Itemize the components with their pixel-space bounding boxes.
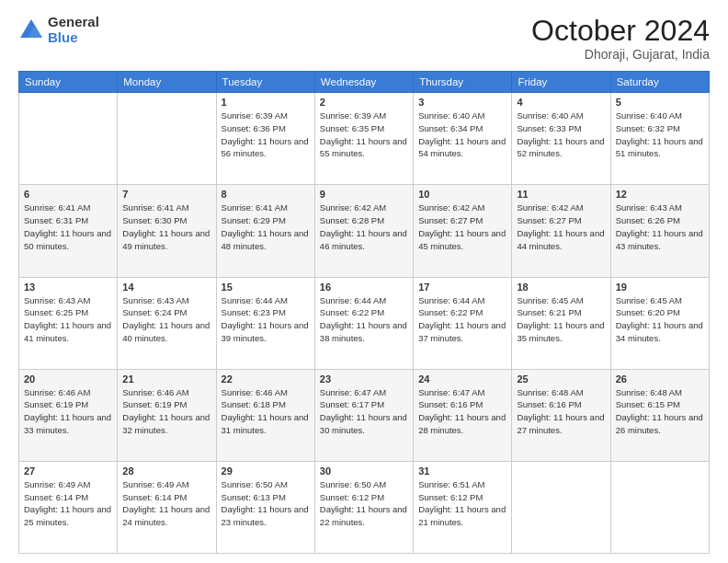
- day-info: Sunrise: 6:43 AM Sunset: 6:25 PM Dayligh…: [24, 294, 112, 345]
- day-info: Sunrise: 6:40 AM Sunset: 6:32 PM Dayligh…: [616, 109, 704, 160]
- calendar-day-cell: 1Sunrise: 6:39 AM Sunset: 6:36 PM Daylig…: [216, 93, 314, 185]
- day-number: 9: [320, 189, 408, 200]
- weekday-header-cell: Monday: [118, 72, 216, 93]
- calendar-body: 1Sunrise: 6:39 AM Sunset: 6:36 PM Daylig…: [19, 93, 710, 554]
- day-number: 8: [222, 189, 310, 200]
- calendar-day-cell: 31Sunrise: 6:51 AM Sunset: 6:12 PM Dayli…: [414, 461, 512, 553]
- logo: General Blue: [18, 15, 99, 45]
- calendar-day-cell: 27Sunrise: 6:49 AM Sunset: 6:14 PM Dayli…: [19, 461, 118, 553]
- calendar-day-cell: 15Sunrise: 6:44 AM Sunset: 6:23 PM Dayli…: [216, 277, 314, 369]
- day-number: 1: [222, 97, 310, 108]
- day-number: 13: [24, 282, 112, 293]
- calendar-week-row: 27Sunrise: 6:49 AM Sunset: 6:14 PM Dayli…: [19, 461, 710, 553]
- weekday-header-cell: Friday: [512, 72, 610, 93]
- day-info: Sunrise: 6:40 AM Sunset: 6:34 PM Dayligh…: [418, 109, 506, 160]
- logo-text: General Blue: [48, 15, 99, 45]
- calendar-day-cell: 21Sunrise: 6:46 AM Sunset: 6:19 PM Dayli…: [118, 369, 216, 461]
- day-number: 5: [616, 97, 704, 108]
- calendar-day-cell: 10Sunrise: 6:42 AM Sunset: 6:27 PM Dayli…: [414, 185, 512, 277]
- day-info: Sunrise: 6:45 AM Sunset: 6:21 PM Dayligh…: [517, 294, 605, 345]
- day-number: 29: [222, 465, 310, 477]
- day-number: 26: [616, 373, 704, 385]
- calendar-day-cell: 17Sunrise: 6:44 AM Sunset: 6:22 PM Dayli…: [414, 277, 512, 369]
- day-number: 15: [222, 282, 310, 293]
- day-info: Sunrise: 6:50 AM Sunset: 6:13 PM Dayligh…: [222, 478, 310, 529]
- day-info: Sunrise: 6:46 AM Sunset: 6:18 PM Dayligh…: [222, 386, 310, 437]
- day-info: Sunrise: 6:41 AM Sunset: 6:31 PM Dayligh…: [24, 201, 112, 252]
- day-info: Sunrise: 6:43 AM Sunset: 6:26 PM Dayligh…: [616, 201, 704, 252]
- calendar-day-cell: 6Sunrise: 6:41 AM Sunset: 6:31 PM Daylig…: [19, 185, 118, 277]
- day-info: Sunrise: 6:48 AM Sunset: 6:16 PM Dayligh…: [517, 386, 605, 437]
- calendar-week-row: 6Sunrise: 6:41 AM Sunset: 6:31 PM Daylig…: [19, 185, 710, 277]
- day-number: 14: [122, 282, 210, 293]
- month-title: October 2024: [531, 15, 710, 47]
- day-info: Sunrise: 6:43 AM Sunset: 6:24 PM Dayligh…: [122, 294, 210, 345]
- logo-icon: [18, 17, 44, 43]
- calendar-day-cell: 4Sunrise: 6:40 AM Sunset: 6:33 PM Daylig…: [512, 93, 610, 185]
- day-number: 27: [24, 465, 112, 477]
- day-info: Sunrise: 6:39 AM Sunset: 6:35 PM Dayligh…: [320, 109, 408, 160]
- day-number: 3: [418, 97, 506, 108]
- weekday-header-cell: Saturday: [610, 72, 709, 93]
- day-info: Sunrise: 6:45 AM Sunset: 6:20 PM Dayligh…: [616, 294, 704, 345]
- calendar-day-cell: [610, 461, 709, 553]
- title-block: October 2024 Dhoraji, Gujarat, India: [531, 15, 710, 62]
- day-info: Sunrise: 6:46 AM Sunset: 6:19 PM Dayligh…: [122, 386, 210, 437]
- weekday-header-cell: Thursday: [414, 72, 512, 93]
- day-info: Sunrise: 6:42 AM Sunset: 6:27 PM Dayligh…: [517, 201, 605, 252]
- day-info: Sunrise: 6:42 AM Sunset: 6:27 PM Dayligh…: [418, 201, 506, 252]
- calendar-day-cell: 22Sunrise: 6:46 AM Sunset: 6:18 PM Dayli…: [216, 369, 314, 461]
- weekday-header-cell: Sunday: [19, 72, 118, 93]
- calendar-week-row: 13Sunrise: 6:43 AM Sunset: 6:25 PM Dayli…: [19, 277, 710, 369]
- calendar-table: SundayMondayTuesdayWednesdayThursdayFrid…: [18, 71, 710, 554]
- calendar-day-cell: 29Sunrise: 6:50 AM Sunset: 6:13 PM Dayli…: [216, 461, 314, 553]
- calendar-day-cell: 23Sunrise: 6:47 AM Sunset: 6:17 PM Dayli…: [314, 369, 413, 461]
- day-info: Sunrise: 6:48 AM Sunset: 6:15 PM Dayligh…: [616, 386, 704, 437]
- day-info: Sunrise: 6:47 AM Sunset: 6:16 PM Dayligh…: [418, 386, 506, 437]
- day-number: 17: [418, 282, 506, 293]
- day-number: 21: [122, 373, 210, 385]
- day-number: 10: [418, 189, 506, 200]
- weekday-header-cell: Wednesday: [314, 72, 413, 93]
- calendar-day-cell: 19Sunrise: 6:45 AM Sunset: 6:20 PM Dayli…: [610, 277, 709, 369]
- day-number: 20: [24, 373, 112, 385]
- calendar-day-cell: 26Sunrise: 6:48 AM Sunset: 6:15 PM Dayli…: [610, 369, 709, 461]
- logo-blue: Blue: [48, 30, 99, 46]
- day-number: 16: [320, 282, 408, 293]
- day-info: Sunrise: 6:40 AM Sunset: 6:33 PM Dayligh…: [517, 109, 605, 160]
- calendar-day-cell: 28Sunrise: 6:49 AM Sunset: 6:14 PM Dayli…: [118, 461, 216, 553]
- calendar-day-cell: 3Sunrise: 6:40 AM Sunset: 6:34 PM Daylig…: [414, 93, 512, 185]
- day-number: 11: [517, 189, 605, 200]
- page: General Blue October 2024 Dhoraji, Gujar…: [0, 0, 728, 563]
- day-info: Sunrise: 6:51 AM Sunset: 6:12 PM Dayligh…: [418, 478, 506, 529]
- calendar-day-cell: 12Sunrise: 6:43 AM Sunset: 6:26 PM Dayli…: [610, 185, 709, 277]
- day-info: Sunrise: 6:50 AM Sunset: 6:12 PM Dayligh…: [320, 478, 408, 529]
- calendar-day-cell: 30Sunrise: 6:50 AM Sunset: 6:12 PM Dayli…: [314, 461, 413, 553]
- calendar-day-cell: 24Sunrise: 6:47 AM Sunset: 6:16 PM Dayli…: [414, 369, 512, 461]
- logo-general: General: [48, 15, 99, 30]
- calendar-week-row: 1Sunrise: 6:39 AM Sunset: 6:36 PM Daylig…: [19, 93, 710, 185]
- weekday-header: SundayMondayTuesdayWednesdayThursdayFrid…: [19, 72, 710, 93]
- calendar-day-cell: 7Sunrise: 6:41 AM Sunset: 6:30 PM Daylig…: [118, 185, 216, 277]
- day-number: 30: [320, 465, 408, 477]
- calendar-day-cell: [19, 93, 118, 185]
- day-number: 19: [616, 282, 704, 293]
- calendar-day-cell: [512, 461, 610, 553]
- day-number: 18: [517, 282, 605, 293]
- day-info: Sunrise: 6:44 AM Sunset: 6:23 PM Dayligh…: [222, 294, 310, 345]
- header: General Blue October 2024 Dhoraji, Gujar…: [18, 15, 710, 62]
- day-info: Sunrise: 6:41 AM Sunset: 6:29 PM Dayligh…: [222, 201, 310, 252]
- day-info: Sunrise: 6:47 AM Sunset: 6:17 PM Dayligh…: [320, 386, 408, 437]
- day-number: 12: [616, 189, 704, 200]
- calendar-day-cell: 2Sunrise: 6:39 AM Sunset: 6:35 PM Daylig…: [314, 93, 413, 185]
- weekday-header-cell: Tuesday: [216, 72, 314, 93]
- day-number: 22: [222, 373, 310, 385]
- calendar-day-cell: 14Sunrise: 6:43 AM Sunset: 6:24 PM Dayli…: [118, 277, 216, 369]
- calendar-day-cell: 20Sunrise: 6:46 AM Sunset: 6:19 PM Dayli…: [19, 369, 118, 461]
- calendar-week-row: 20Sunrise: 6:46 AM Sunset: 6:19 PM Dayli…: [19, 369, 710, 461]
- calendar-day-cell: 11Sunrise: 6:42 AM Sunset: 6:27 PM Dayli…: [512, 185, 610, 277]
- calendar-day-cell: 13Sunrise: 6:43 AM Sunset: 6:25 PM Dayli…: [19, 277, 118, 369]
- day-number: 7: [122, 189, 210, 200]
- calendar-day-cell: 5Sunrise: 6:40 AM Sunset: 6:32 PM Daylig…: [610, 93, 709, 185]
- day-info: Sunrise: 6:49 AM Sunset: 6:14 PM Dayligh…: [24, 478, 112, 529]
